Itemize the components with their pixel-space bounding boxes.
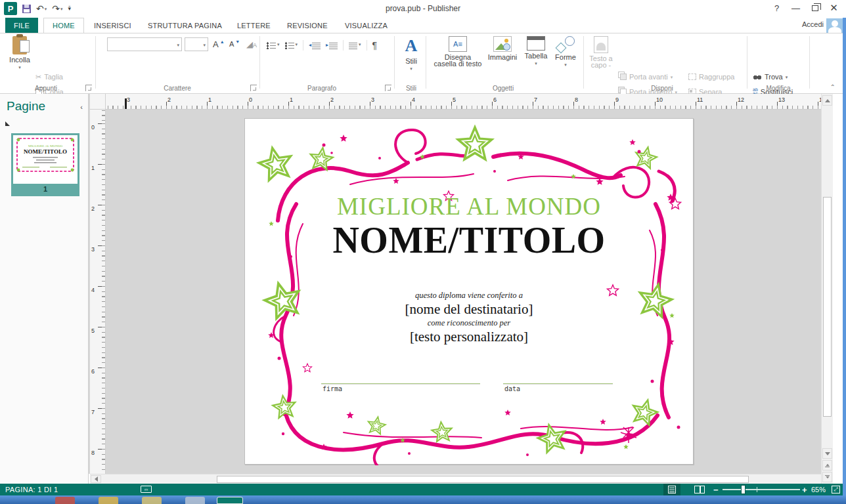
table-button[interactable]: Tabella▾ bbox=[521, 36, 551, 66]
horizontal-scrollbar-thumb[interactable] bbox=[217, 476, 749, 483]
pages-panel-collapse-icon[interactable]: ‹ bbox=[80, 103, 83, 111]
text-wrap-button[interactable]: Testo a capo - bbox=[587, 36, 615, 69]
taskbar-app-icon[interactable] bbox=[55, 497, 75, 504]
next-page-button[interactable] bbox=[822, 472, 832, 482]
ruler-number: 2 bbox=[330, 96, 334, 103]
ruler-number: 8 bbox=[575, 96, 578, 103]
columns-button[interactable]: ▾ bbox=[349, 42, 361, 49]
page-thumbnail-number: 1 bbox=[13, 184, 78, 194]
single-page-view-button[interactable] bbox=[663, 484, 680, 495]
certificate-recipient-placeholder[interactable]: [nome del destinatario] bbox=[245, 301, 693, 318]
eraser-icon: ◢A bbox=[246, 39, 257, 49]
group-label-stili: Stili bbox=[389, 85, 434, 92]
tab-struttura-pagina[interactable]: STRUTTURA PAGINA bbox=[139, 18, 231, 33]
draw-text-box-button[interactable]: A≡ Disegna casella di testo bbox=[431, 36, 485, 68]
paste-clipboard-icon bbox=[12, 36, 27, 54]
horizontal-scrollbar[interactable] bbox=[90, 474, 821, 484]
status-indicator-icon: ▭ bbox=[141, 486, 152, 493]
carattere-dialog-launcher[interactable] bbox=[250, 85, 257, 91]
zoom-slider-thumb[interactable] bbox=[741, 485, 746, 494]
two-page-view-button[interactable] bbox=[691, 484, 708, 495]
minimize-button[interactable]: — bbox=[786, 0, 805, 16]
page-indicator[interactable]: PAGINA: 1 DI 1 bbox=[5, 486, 58, 494]
windows-taskbar[interactable] bbox=[0, 495, 846, 504]
ruler-number: 0 bbox=[249, 96, 252, 103]
group-label-disponi: Disponi bbox=[623, 85, 701, 92]
restore-button[interactable] bbox=[805, 0, 824, 16]
certificate-recognition-line[interactable]: come riconoscimento per bbox=[245, 318, 693, 328]
ruler-number: 5 bbox=[91, 327, 95, 334]
paste-button[interactable]: Incolla▾ bbox=[5, 36, 34, 70]
close-button[interactable]: ✕ bbox=[824, 0, 843, 16]
signature-label[interactable]: firma bbox=[323, 385, 342, 392]
ruler-number: 4 bbox=[412, 96, 415, 103]
pages-panel: Pagine ‹ MIGLIORE AL MONDO NOME/TITOLO 1 bbox=[0, 94, 89, 484]
increase-indent-button[interactable]: ▸ bbox=[326, 42, 338, 49]
cut-button[interactable]: ✂Taglia bbox=[35, 70, 63, 83]
styles-icon: A bbox=[405, 36, 418, 56]
zoom-in-button[interactable]: + bbox=[802, 485, 807, 495]
tab-lettere[interactable]: LETTERE bbox=[229, 18, 279, 33]
shapes-button[interactable]: Forme▾ bbox=[552, 36, 579, 67]
sign-in-link[interactable]: Accedi bbox=[802, 20, 824, 28]
appunti-dialog-launcher[interactable] bbox=[85, 85, 92, 91]
previous-page-button[interactable] bbox=[822, 460, 832, 471]
pages-panel-handle-icon[interactable] bbox=[5, 121, 10, 126]
page-thumbnail[interactable]: MIGLIORE AL MONDO NOME/TITOLO 1 bbox=[11, 133, 79, 196]
bullets-button[interactable]: ▾ bbox=[267, 42, 280, 49]
tab-inserisci[interactable]: INSERISCI bbox=[85, 18, 140, 33]
text-wrap-icon bbox=[594, 36, 608, 53]
vertical-scrollbar-thumb[interactable] bbox=[823, 197, 832, 417]
help-button[interactable]: ? bbox=[767, 0, 786, 16]
scroll-down-button[interactable] bbox=[822, 448, 832, 459]
grow-font-button[interactable]: A▲ bbox=[213, 37, 225, 51]
font-size-combo[interactable]: ▾ bbox=[185, 37, 208, 51]
certificate-conferred-line[interactable]: questo diploma viene conferito a bbox=[245, 291, 693, 301]
group-button[interactable]: Raggruppa bbox=[688, 70, 734, 83]
decrease-indent-button[interactable]: ◂ bbox=[309, 42, 321, 49]
scissors-icon: ✂ bbox=[35, 73, 41, 81]
clear-formatting-button[interactable]: ◢A bbox=[246, 37, 257, 51]
tab-visualizza[interactable]: VISUALIZZA bbox=[336, 18, 396, 33]
taskbar-publisher-icon[interactable] bbox=[217, 497, 243, 504]
tab-file[interactable]: FILE bbox=[5, 18, 38, 33]
shrink-font-button[interactable]: A▼ bbox=[229, 37, 240, 51]
vertical-ruler[interactable]: 012345678 bbox=[90, 110, 106, 474]
styles-button[interactable]: A Stili▾ bbox=[399, 36, 423, 71]
fit-page-button[interactable]: ⤢ bbox=[832, 486, 840, 494]
pictures-button[interactable]: Immagini bbox=[486, 36, 519, 61]
find-button[interactable]: Trova▾ bbox=[753, 70, 788, 83]
certificate-custom-text-placeholder[interactable]: [testo personalizzato] bbox=[245, 329, 693, 345]
horizontal-ruler[interactable]: 32101234567891011121314 bbox=[106, 94, 821, 110]
certificate-title[interactable]: NOME/TITOLO bbox=[245, 219, 693, 261]
certificate-subtitle[interactable]: MIGLIORE AL MONDO bbox=[245, 192, 693, 220]
publication-page[interactable]: MIGLIORE AL MONDO NOME/TITOLO questo dip… bbox=[244, 118, 694, 465]
taskbar-app-icon[interactable] bbox=[185, 497, 205, 504]
close-icon: ✕ bbox=[830, 2, 838, 14]
show-paragraph-marks-button[interactable]: ¶ bbox=[372, 40, 378, 51]
find-icon bbox=[753, 74, 762, 80]
taskbar-app-icon[interactable] bbox=[142, 497, 162, 504]
collapse-ribbon-button[interactable]: ⌃ bbox=[830, 83, 835, 91]
ruler-number: 2 bbox=[91, 205, 95, 212]
scroll-up-button[interactable] bbox=[822, 95, 832, 106]
taskbar-app-icon[interactable] bbox=[99, 497, 118, 504]
ruler-number: 3 bbox=[91, 246, 95, 253]
vertical-scrollbar[interactable] bbox=[821, 94, 833, 484]
zoom-slider-track[interactable] bbox=[723, 489, 800, 490]
bring-forward-icon bbox=[620, 74, 627, 80]
tab-home[interactable]: HOME bbox=[43, 18, 84, 33]
ruler-number: 6 bbox=[91, 368, 95, 375]
account-avatar[interactable] bbox=[826, 18, 843, 33]
bullets-icon bbox=[267, 42, 276, 49]
numbering-button[interactable]: ▾ bbox=[285, 42, 298, 49]
date-label[interactable]: data bbox=[504, 385, 520, 392]
scroll-left-button[interactable] bbox=[91, 475, 101, 483]
tab-revisione[interactable]: REVISIONE bbox=[278, 18, 336, 33]
zoom-level[interactable]: 65% bbox=[811, 486, 826, 494]
group-label-paragrafo: Paragrafo bbox=[282, 85, 361, 92]
zoom-out-button[interactable]: − bbox=[713, 485, 719, 495]
zoom-slider-detent bbox=[757, 487, 757, 492]
font-name-combo[interactable]: ▾ bbox=[107, 37, 182, 51]
bring-forward-button[interactable]: Porta avanti▾ bbox=[620, 70, 673, 83]
